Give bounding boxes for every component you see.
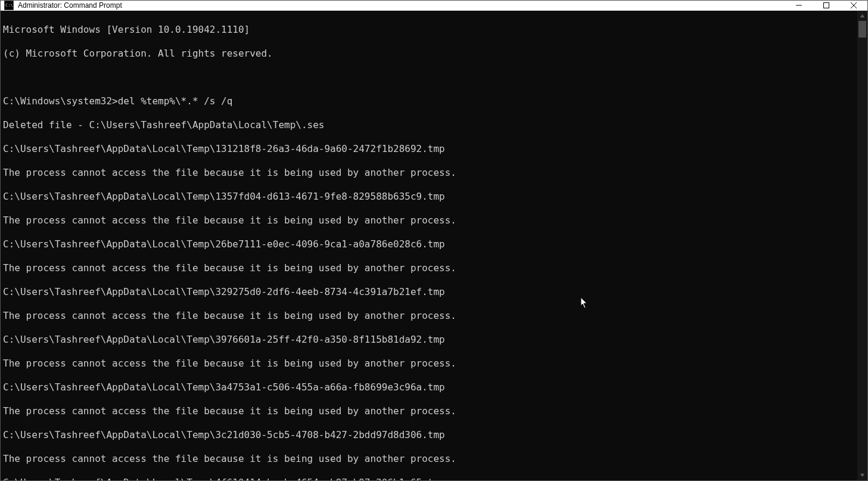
- output-line: C:\Users\Tashreef\AppData\Local\Temp\329…: [3, 286, 857, 298]
- terminal-output[interactable]: Microsoft Windows [Version 10.0.19042.11…: [1, 11, 857, 480]
- output-line: C:\Users\Tashreef\AppData\Local\Temp\4f6…: [3, 477, 857, 480]
- client-area: Microsoft Windows [Version 10.0.19042.11…: [1, 11, 867, 480]
- command-prompt-window: C:\ Administrator: Command Prompt Micros…: [0, 0, 868, 481]
- error-line: The process cannot access the file becau…: [3, 310, 857, 322]
- error-line: The process cannot access the file becau…: [3, 262, 857, 274]
- scroll-down-arrow-icon[interactable]: [857, 470, 867, 480]
- output-line: Deleted file - C:\Users\Tashreef\AppData…: [3, 119, 857, 131]
- window-title: Administrator: Command Prompt: [18, 1, 122, 10]
- svg-marker-8: [860, 474, 864, 477]
- maximize-button[interactable]: [813, 1, 840, 10]
- header-line: (c) Microsoft Corporation. All rights re…: [3, 48, 857, 60]
- error-line: The process cannot access the file becau…: [3, 358, 857, 370]
- minimize-button[interactable]: [785, 1, 813, 10]
- header-line: Microsoft Windows [Version 10.0.19042.11…: [3, 24, 857, 36]
- blank-line: [3, 72, 857, 83]
- error-line: The process cannot access the file becau…: [3, 453, 857, 465]
- error-line: The process cannot access the file becau…: [3, 167, 857, 179]
- command-text: del %temp%\*.* /s /q: [118, 95, 233, 107]
- error-line: The process cannot access the file becau…: [3, 405, 857, 417]
- output-line: C:\Users\Tashreef\AppData\Local\Temp\135…: [3, 191, 857, 203]
- scroll-up-arrow-icon[interactable]: [857, 11, 867, 21]
- output-line: C:\Users\Tashreef\AppData\Local\Temp\26b…: [3, 238, 857, 250]
- output-line: C:\Users\Tashreef\AppData\Local\Temp\397…: [3, 334, 857, 346]
- prompt-path: C:\Windows\system32>: [3, 95, 118, 107]
- prompt-line: C:\Windows\system32>del %temp%\*.* /s /q: [3, 95, 857, 107]
- command-prompt-icon: C:\: [4, 1, 14, 10]
- output-line: C:\Users\Tashreef\AppData\Local\Temp\131…: [3, 143, 857, 155]
- close-button[interactable]: [840, 1, 867, 10]
- window-controls: [785, 1, 867, 10]
- svg-marker-7: [860, 14, 864, 17]
- output-line: C:\Users\Tashreef\AppData\Local\Temp\3a4…: [3, 381, 857, 393]
- vertical-scrollbar[interactable]: [857, 11, 867, 480]
- svg-text:C:\: C:\: [5, 3, 13, 8]
- scrollbar-thumb[interactable]: [858, 21, 866, 38]
- titlebar[interactable]: C:\ Administrator: Command Prompt: [1, 1, 867, 11]
- error-line: The process cannot access the file becau…: [3, 215, 857, 226]
- output-line: C:\Users\Tashreef\AppData\Local\Temp\3c2…: [3, 429, 857, 441]
- svg-rect-4: [824, 3, 829, 8]
